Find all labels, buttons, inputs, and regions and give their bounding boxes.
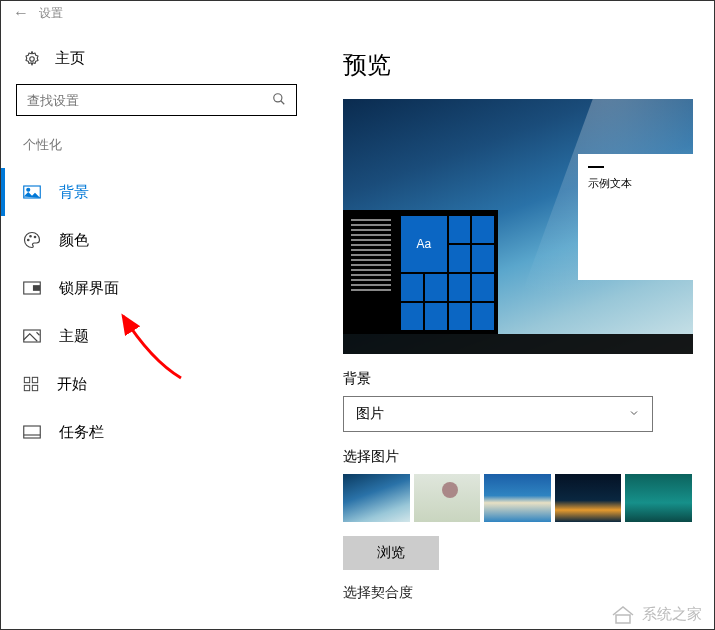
preview-sample-text: 示例文本	[588, 177, 632, 189]
gear-icon	[23, 50, 41, 68]
svg-point-4	[27, 188, 30, 191]
lockscreen-icon	[23, 281, 41, 295]
picture-thumb[interactable]	[555, 474, 622, 522]
home-link[interactable]: 主页	[1, 45, 319, 84]
search-icon	[272, 92, 286, 109]
preview-taskbar	[343, 334, 693, 354]
svg-point-6	[30, 236, 32, 238]
sidebar-item-start[interactable]: 开始	[1, 360, 319, 408]
preview-window: 示例文本	[578, 154, 693, 280]
start-icon	[23, 376, 39, 392]
browse-button[interactable]: 浏览	[343, 536, 439, 570]
layout: 主页 个性化 背景 颜色 锁屏界面 主题 开始	[1, 25, 714, 629]
titlebar: ← 设置	[1, 1, 714, 25]
sidebar-item-colors[interactable]: 颜色	[1, 216, 319, 264]
choose-picture-label: 选择图片	[343, 448, 692, 466]
svg-rect-13	[24, 385, 29, 390]
picture-thumb[interactable]	[625, 474, 692, 522]
sidebar-item-label: 开始	[57, 375, 87, 394]
picture-thumb[interactable]	[484, 474, 551, 522]
dropdown-value: 图片	[356, 405, 384, 423]
preview-heading: 预览	[343, 49, 692, 81]
themes-icon	[23, 329, 41, 343]
sidebar-item-background[interactable]: 背景	[1, 168, 319, 216]
search-input[interactable]	[27, 93, 272, 108]
sidebar: 主页 个性化 背景 颜色 锁屏界面 主题 开始	[1, 25, 319, 629]
palette-icon	[23, 231, 41, 249]
taskbar-icon	[23, 425, 41, 439]
svg-point-5	[28, 239, 30, 241]
sidebar-item-label: 背景	[59, 183, 89, 202]
svg-point-7	[34, 236, 36, 238]
svg-line-2	[281, 100, 285, 104]
window-title: 设置	[39, 5, 63, 22]
background-label: 背景	[343, 370, 692, 388]
svg-rect-14	[32, 385, 37, 390]
picture-icon	[23, 185, 41, 199]
chevron-down-icon	[628, 406, 640, 422]
sidebar-item-label: 颜色	[59, 231, 89, 250]
svg-rect-15	[24, 426, 41, 438]
sidebar-item-label: 锁屏界面	[59, 279, 119, 298]
svg-point-1	[274, 93, 282, 101]
picture-thumbnails	[343, 474, 692, 522]
preview-startmenu: Aa	[343, 210, 498, 334]
desktop-preview: Aa 示例文本	[343, 99, 693, 354]
background-dropdown[interactable]: 图片	[343, 396, 653, 432]
sidebar-item-themes[interactable]: 主题	[1, 312, 319, 360]
svg-rect-9	[34, 286, 40, 291]
home-label: 主页	[55, 49, 85, 68]
svg-rect-12	[32, 377, 37, 382]
svg-rect-11	[24, 377, 29, 382]
category-label: 个性化	[1, 136, 319, 168]
svg-point-0	[30, 56, 35, 61]
back-button[interactable]: ←	[13, 4, 29, 22]
sidebar-item-label: 主题	[59, 327, 89, 346]
sidebar-item-label: 任务栏	[59, 423, 104, 442]
sidebar-item-lockscreen[interactable]: 锁屏界面	[1, 264, 319, 312]
picture-thumb[interactable]	[414, 474, 481, 522]
main-content: 预览 Aa 示例文本	[319, 25, 714, 629]
picture-thumb[interactable]	[343, 474, 410, 522]
preview-tile-aa: Aa	[401, 216, 447, 272]
search-input-wrapper[interactable]	[16, 84, 297, 116]
sidebar-item-taskbar[interactable]: 任务栏	[1, 408, 319, 456]
fit-label: 选择契合度	[343, 584, 692, 602]
